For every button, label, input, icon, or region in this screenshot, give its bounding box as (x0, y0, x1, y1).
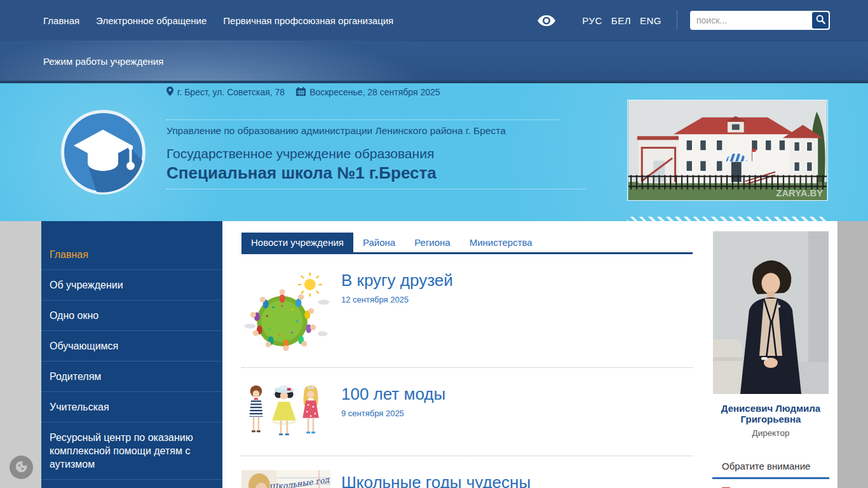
news-item-body: 100 лет моды 9 сентября 2025 (341, 382, 445, 442)
nav-trade-union[interactable]: Первичная профсоюзная организация (223, 15, 393, 26)
search-input[interactable] (690, 11, 830, 30)
sidebar-item-students[interactable]: Обучающимся (41, 331, 222, 362)
current-date: Воскресенье, 28 сентября 2025 (309, 87, 440, 97)
director-role: Директор (712, 428, 829, 438)
school-logo[interactable] (60, 109, 147, 196)
tab-region-news[interactable]: Региона (405, 233, 460, 252)
news-item-body: Школьные годы чудесны 4 сентября 2025 (341, 470, 531, 488)
sidebar-item-teachers[interactable]: Учительская (41, 392, 222, 423)
news-title[interactable]: Школьные годы чудесны (341, 473, 531, 488)
news-date: 12 сентября 2025 (341, 295, 453, 304)
news-item: Школьные годы Школьные годы чудесны 4 се… (241, 456, 693, 488)
search-button[interactable] (812, 12, 829, 29)
nav-electronic-appeal[interactable]: Электронное обращение (96, 15, 207, 26)
news-date: 9 сентября 2025 (341, 409, 445, 418)
sidebar-item-summer-2025[interactable]: Лето 2025 (41, 480, 222, 488)
director-photo (713, 231, 829, 394)
nav-work-schedule[interactable]: Режим работы учреждения (43, 56, 163, 67)
director-name: Денисевич Людмила Григорьевна (712, 403, 829, 424)
sidebar-item-one-window[interactable]: Одно окно (41, 301, 222, 331)
lang-rus[interactable]: РУС (582, 15, 602, 26)
sidebar-menu: Главная Об учреждении Одно окно Обучающи… (41, 221, 222, 488)
lang-eng[interactable]: ENG (640, 15, 661, 26)
calendar-icon (296, 87, 306, 98)
school-building-photo: ZARYA.BY (627, 100, 828, 201)
photo-watermark: ZARYA.BY (776, 188, 823, 198)
divider (166, 189, 586, 189)
search-box (690, 11, 830, 30)
org-type: Государственное учреждение образования (166, 146, 586, 161)
language-switcher: РУС БЕЛ ENG (582, 15, 661, 26)
news-title[interactable]: 100 лет моды (341, 384, 445, 404)
news-thumbnail-friends-circle[interactable] (241, 268, 330, 353)
sidebar-item-parents[interactable]: Родителям (41, 362, 222, 392)
news-section: Новости учреждения Района Региона Минист… (241, 233, 693, 488)
search-icon (816, 15, 825, 26)
lang-bel[interactable]: БЕЛ (611, 15, 631, 26)
site-header: г. Брест, ул. Советская, 78 Воскресенье,… (0, 81, 868, 221)
news-item: В кругу друзей 12 сентября 2025 (241, 254, 693, 367)
secondary-navigation-bar: Режим работы учреждения (0, 41, 868, 81)
school-name: Специальная школа №1 г.Бреста (166, 163, 586, 183)
department-name: Управление по образованию администрации … (166, 125, 586, 137)
cookie-icon (15, 460, 28, 475)
diagonal-stripes-decoration (627, 217, 828, 221)
divider (166, 119, 559, 120)
topbar-right: РУС БЕЛ ENG (538, 11, 830, 30)
attention-heading: Обратите внимание (712, 461, 829, 479)
tab-district-news[interactable]: Района (353, 233, 405, 252)
right-column: Денисевич Людмила Григорьевна Директор О… (712, 231, 829, 488)
top-navigation-bar: Главная Электронное обращение Первичная … (0, 0, 868, 41)
divider (677, 11, 677, 30)
nav-home[interactable]: Главная (43, 15, 79, 26)
news-title[interactable]: В кругу друзей (341, 271, 453, 290)
news-tabs: Новости учреждения Района Региона Минист… (241, 233, 693, 254)
news-item: 100 лет моды 9 сентября 2025 (241, 367, 693, 456)
top-menu: Главная Электронное обращение Первичная … (43, 15, 393, 26)
sidebar-item-resource-center[interactable]: Ресурсный центр по оказанию комплексной … (41, 423, 222, 480)
address-line: г. Брест, ул. Советская, 78 Воскресенье,… (166, 86, 586, 98)
tab-ministry-news[interactable]: Министерства (460, 233, 542, 252)
accessibility-eye-icon[interactable] (538, 15, 555, 26)
content-area: Главная Об учреждении Одно окно Обучающи… (41, 221, 837, 488)
map-pin-icon (166, 86, 173, 98)
tab-institution-news[interactable]: Новости учреждения (241, 233, 353, 252)
cookie-settings-button[interactable] (10, 456, 33, 479)
news-item-body: В кругу друзей 12 сентября 2025 (341, 268, 453, 353)
news-thumbnail-fashion-girls[interactable] (241, 382, 330, 442)
sidebar-item-about[interactable]: Об учреждении (41, 270, 222, 301)
news-thumbnail-school-years[interactable]: Школьные годы (241, 470, 330, 488)
header-info: г. Брест, ул. Советская, 78 Воскресенье,… (166, 86, 586, 189)
sidebar-item-main[interactable]: Главная (41, 240, 222, 270)
school-address: г. Брест, ул. Советская, 78 (177, 87, 285, 97)
